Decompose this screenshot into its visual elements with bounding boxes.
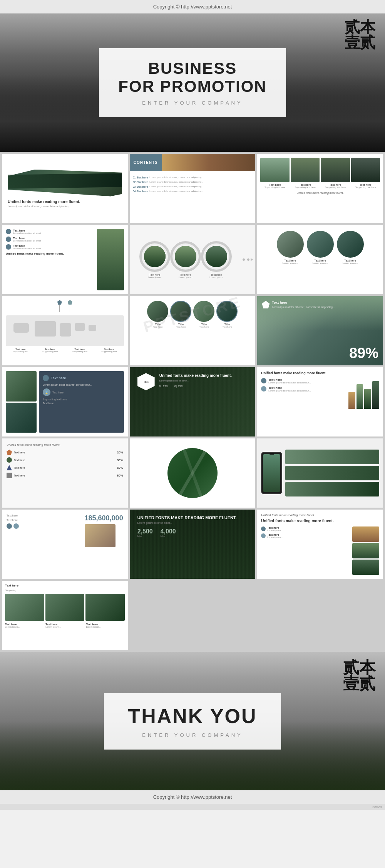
slides-grid-1: Unified fonts make reading more fluent. … xyxy=(0,152,385,652)
forest-img-2 xyxy=(285,466,379,480)
slide-12: Unified fonts make reading more fluent. … xyxy=(257,367,383,436)
pct-icon-3 xyxy=(7,465,12,470)
contents-item-3: 03.Stat here Lorem ipsum dolor sit amet,… xyxy=(133,185,253,188)
forest-img-1 xyxy=(285,450,379,464)
med-circle-3 xyxy=(193,301,214,322)
percent-value: 89% xyxy=(349,345,378,362)
slide4-forest xyxy=(97,229,124,290)
slide-13: Unified fonts make reading more fluent. … xyxy=(2,438,128,508)
diamond-icon-2 xyxy=(68,300,72,305)
slide-17: Unified Fonts Make Reading More Fluent. … xyxy=(130,510,256,579)
med-circle-2 xyxy=(170,301,191,322)
big-circle-2 xyxy=(307,231,334,258)
circle-3 xyxy=(201,241,232,272)
pct-icon-4 xyxy=(7,473,12,478)
slide19-photo-row xyxy=(5,594,125,621)
dot-2 xyxy=(6,237,11,242)
dark-card: Text here Lorem ipsum dolor sit amet con… xyxy=(39,371,124,433)
slide-6: Text here Lorem ipsum... Text here Lorem… xyxy=(257,225,383,294)
slide16-img xyxy=(85,524,116,547)
photo-label-1: Text here xyxy=(269,183,281,186)
pct-icon-1 xyxy=(7,450,12,455)
slide-15 xyxy=(257,438,383,508)
hero-content: BUSINESS FOR PROMOTION ENTER YOUR COMPAN… xyxy=(99,48,286,117)
photo-label-2: Text here xyxy=(299,183,311,186)
slide-4: Text here Lorem ipsum dolor sit amet Tex… xyxy=(2,225,128,294)
contents-item-2: 02.Stat here Lorem ipsum dolor sit amet,… xyxy=(133,181,253,183)
photo-1 xyxy=(260,158,289,182)
slide-3: Text here Supporting text here Text here… xyxy=(257,154,383,223)
slide18-img-3 xyxy=(352,560,379,575)
contents-image xyxy=(162,154,256,171)
slide18-dot-1 xyxy=(261,526,266,531)
pct-icon-2 xyxy=(7,457,12,463)
slide19-img-3 xyxy=(85,594,125,621)
timeline-dot-2 xyxy=(13,523,19,529)
slide13-title: Unified fonts make reading more fluent. xyxy=(7,443,123,446)
slide-5: Text here Lorem ipsum Text here Lorem ip… xyxy=(130,225,256,294)
slide-9: Text here Lorem ipsum dolor sit amet, co… xyxy=(257,296,383,365)
hero-title-line1: BUSINESS xyxy=(118,60,266,77)
copyright-bottom: Copyright © http://www.pptstore.net xyxy=(0,790,385,804)
slide18-img-1 xyxy=(352,526,379,542)
photo-row: Text here Supporting text here Text here… xyxy=(260,158,380,188)
slide-1-brush xyxy=(8,170,122,197)
slide3-bottom: Unified fonts make reading more fluent. xyxy=(260,192,380,194)
slide4-title: Unified fonts make reading more fluent. xyxy=(6,252,95,255)
slide12-icon-2 xyxy=(261,386,266,392)
photo-2 xyxy=(291,158,320,182)
contents-item-4: 04.Stat here Lorem ipsum dolor sit amet,… xyxy=(133,190,253,193)
diamond-icon-1 xyxy=(57,300,62,305)
phone-notch xyxy=(270,453,274,455)
slide18-img-2 xyxy=(352,543,379,558)
chinese-stamp-bottom: 贰本 壹贰 xyxy=(343,660,375,692)
stat-num-2: 4,000 xyxy=(161,528,176,535)
slide-2: CONTENTS 01.Stat here Lorem ipsum dolor … xyxy=(130,154,256,223)
warning-icon xyxy=(262,301,270,308)
hero-slide: 贰本 壹贰 BUSINESS FOR PROMOTION ENTER YOUR … xyxy=(0,13,385,152)
thankyou-content: THANK YOU ENTER YOUR COMPANY xyxy=(104,693,281,750)
slide-1-text: Unified fonts make reading more fluent. … xyxy=(8,200,122,208)
photo-label-3: Text here xyxy=(330,183,341,186)
slide-8: Title Text here Title Text here Title Te… xyxy=(130,296,256,365)
slide18-dot-2 xyxy=(261,533,266,538)
phone-screen xyxy=(263,454,280,492)
dot-3 xyxy=(6,244,11,250)
chinese-stamp-top: 贰本 壹贰 xyxy=(345,19,375,50)
med-circle-1 xyxy=(147,301,168,322)
hexagon-icon: Text xyxy=(137,373,155,390)
bar-imgs xyxy=(348,378,379,409)
slide10-img-bot xyxy=(6,403,37,433)
item-number: 28629 xyxy=(0,804,385,810)
contents-item-1: 01.Stat here Lorem ipsum dolor sit amet,… xyxy=(133,176,253,179)
copyright-top: Copyright © http://www.pptstore.net xyxy=(0,0,385,13)
slide-2-header: CONTENTS xyxy=(130,154,256,171)
phone-mockup xyxy=(261,452,282,494)
forest-img-3 xyxy=(285,482,379,496)
icon-circle-1 xyxy=(43,375,49,381)
slide-11: Text Unified fonts make reading more flu… xyxy=(130,367,256,436)
slide19-img-2 xyxy=(45,594,85,621)
slide18-main: Unified fonts make reading more fluent. xyxy=(261,518,379,523)
dot-1 xyxy=(6,229,11,234)
big-circle-3 xyxy=(337,231,364,258)
thankyou-subtitle: ENTER YOUR COMPANY xyxy=(123,732,262,738)
map-area xyxy=(6,315,124,346)
slide18-intro: Unified fonts make reading more fluent. xyxy=(261,513,379,517)
slide17-title: Unified Fonts Make Reading More Fluent. xyxy=(137,515,248,520)
slide-14 xyxy=(130,438,256,508)
photo-label-4: Text here xyxy=(360,183,372,186)
arrow-right-icon xyxy=(251,258,253,261)
slide-1: Unified fonts make reading more fluent. … xyxy=(2,154,128,223)
thankyou-slide: 贰本 壹贰 THANK YOU ENTER YOUR COMPANY xyxy=(0,652,385,790)
slide-10: Text here Lorem ipsum dolor sit amet con… xyxy=(2,367,128,436)
contents-list: 01.Stat here Lorem ipsum dolor sit amet,… xyxy=(130,173,256,198)
slide17-text: Lorem ipsum dolor sit amet... xyxy=(137,521,248,524)
slide10-img-top xyxy=(6,371,37,402)
thankyou-title: THANK YOU xyxy=(123,705,262,728)
slide12-title: Unified fonts make reading more fluent. xyxy=(261,371,379,375)
circle-1 xyxy=(139,241,170,272)
circle-2 xyxy=(170,241,201,272)
slide12-icon-1 xyxy=(261,378,266,383)
big-circle-1 xyxy=(277,231,304,258)
